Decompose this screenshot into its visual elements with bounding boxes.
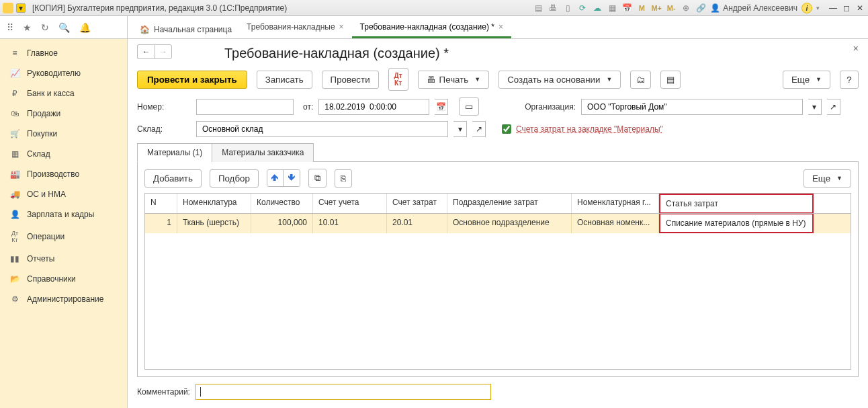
col-n[interactable]: N <box>145 194 177 213</box>
col-cost-article[interactable]: Статья затрат <box>659 194 814 213</box>
sidebar-item-purchases[interactable]: 🛒Покупки <box>0 124 127 144</box>
sidebar-item-warehouse[interactable]: ▦Склад <box>0 144 127 164</box>
apps-grid-icon[interactable]: ⠿ <box>7 22 13 33</box>
m-minus-icon[interactable]: M- <box>666 3 677 13</box>
more-button[interactable]: Еще▼ <box>783 71 830 89</box>
col-account[interactable]: Счет учета <box>313 194 387 213</box>
print-icon[interactable]: 🖶 <box>548 3 558 13</box>
comment-input[interactable] <box>196 384 491 400</box>
table-row[interactable]: 1 Ткань (шерсть) 100,000 10.01 20.01 Осн… <box>145 214 851 233</box>
link-icon[interactable]: 🔗 <box>695 3 706 13</box>
user-name: Андрей Алексеевич <box>723 3 797 13</box>
window-close-icon[interactable]: ✕ <box>855 3 865 13</box>
cell-nomenclature[interactable]: Ткань (шерсть) <box>177 214 251 233</box>
sidebar-item-reports[interactable]: ▮▮Отчеты <box>0 249 127 269</box>
pick-button[interactable]: Подбор <box>210 169 259 188</box>
org-dropdown-button[interactable]: ▾ <box>808 99 822 115</box>
cloud-icon[interactable]: ☁ <box>592 3 603 13</box>
cell-qty[interactable]: 100,000 <box>251 214 313 233</box>
move-down-button[interactable]: 🡻 <box>284 170 300 186</box>
col-qty[interactable]: Количество <box>251 194 313 213</box>
col-dept[interactable]: Подразделение затрат <box>447 194 572 213</box>
calendar-button[interactable]: 📅 <box>435 99 448 115</box>
org-open-button[interactable]: ↗ <box>827 99 840 115</box>
post-button[interactable]: Провести <box>322 71 379 89</box>
calendar-icon[interactable]: 📅 <box>621 3 632 13</box>
zoom-icon[interactable]: ⊕ <box>681 3 691 13</box>
sidebar-item-hr[interactable]: 👤Зарплата и кадры <box>0 204 127 225</box>
sidebar-item-assets[interactable]: 🚚ОС и НМА <box>0 184 127 204</box>
sidebar-item-manager[interactable]: 📈Руководителю <box>0 63 127 83</box>
dt-kt-button[interactable]: ДтКт <box>388 68 408 91</box>
col-cost-account[interactable]: Счет затрат <box>387 194 447 213</box>
add-button[interactable]: Добавить <box>144 169 202 188</box>
cost-accounts-checkbox[interactable]: Счета затрат на закладке "Материалы" <box>499 122 663 136</box>
titlebar-dropdown-icon[interactable]: ▾ <box>16 3 26 13</box>
org-input[interactable] <box>581 99 803 115</box>
paste-button[interactable]: ⎘ <box>335 169 352 188</box>
sidebar-item-label: ОС и НМА <box>27 190 66 199</box>
col-nom-group[interactable]: Номенклатурная г... <box>572 194 659 213</box>
help-button[interactable]: ? <box>840 71 859 89</box>
close-icon[interactable]: × <box>498 22 503 32</box>
print-button[interactable]: 🖶Печать▼ <box>418 71 490 89</box>
info-caret-icon[interactable]: ▾ <box>816 5 820 11</box>
structure-button[interactable]: 🗂 <box>630 71 651 89</box>
sidebar-item-operations[interactable]: ДтКтОперации <box>0 225 127 249</box>
comment-label: Комментарий: <box>137 387 190 397</box>
sklad-dropdown-button[interactable]: ▾ <box>453 121 467 137</box>
close-icon[interactable]: × <box>339 22 344 32</box>
table-icon[interactable]: ▤ <box>533 3 544 13</box>
sidebar-item-sales[interactable]: 🛍Продажи <box>0 104 127 124</box>
tab-requirement-create[interactable]: Требование-накладная (создание) * × <box>352 17 511 38</box>
create-based-button[interactable]: Создать на основании▼ <box>498 71 621 89</box>
cell-cost-account[interactable]: 20.01 <box>387 214 447 233</box>
col-nomenclature[interactable]: Номенклатура <box>177 194 251 213</box>
bell-icon[interactable]: 🔔 <box>79 22 91 33</box>
close-page-button[interactable]: × <box>853 43 859 54</box>
home-tab[interactable]: 🏠 Начальная страница <box>133 21 238 38</box>
star-icon[interactable]: ★ <box>23 22 32 33</box>
window-minimize-icon[interactable]: — <box>828 3 838 13</box>
table-more-button[interactable]: Еще▼ <box>804 169 851 188</box>
doc-tab-customer-materials[interactable]: Материалы заказчика <box>212 143 314 162</box>
sklad-input[interactable] <box>196 121 448 137</box>
window-maximize-icon[interactable]: ◻ <box>841 3 852 13</box>
post-close-button[interactable]: Провести и закрыть <box>137 71 247 89</box>
cell-nom-group[interactable]: Основная номенк... <box>572 214 659 233</box>
cell-dept[interactable]: Основное подразделение <box>447 214 572 233</box>
sidebar-item-bank[interactable]: ₽Банк и касса <box>0 83 127 104</box>
m-plus-icon[interactable]: M+ <box>651 3 662 13</box>
refresh-icon[interactable]: ⟳ <box>577 3 588 13</box>
trend-icon: 📈 <box>9 69 20 78</box>
checkbox-input[interactable] <box>502 124 511 134</box>
sidebar-item-catalogs[interactable]: 📂Справочники <box>0 269 127 289</box>
m-icon[interactable]: M <box>636 3 647 13</box>
calc-icon[interactable]: ▦ <box>607 3 617 13</box>
write-button[interactable]: Записать <box>257 71 312 89</box>
dialog-button[interactable]: ▭ <box>459 97 479 116</box>
cell-cost-article[interactable]: Списание материалов (прямые в НУ) <box>659 214 814 233</box>
cell-account[interactable]: 10.01 <box>313 214 387 233</box>
nav-forward-button[interactable]: → <box>155 44 172 59</box>
cell-n[interactable]: 1 <box>145 214 177 233</box>
sidebar-item-admin[interactable]: ⚙Администрирование <box>0 289 127 309</box>
history-icon[interactable]: ↻ <box>41 22 49 33</box>
user-badge[interactable]: 👤 Андрей Алексеевич <box>710 3 797 13</box>
doc-tab-materials[interactable]: Материалы (1) <box>137 143 212 162</box>
date-input[interactable] <box>318 99 429 115</box>
sklad-open-button[interactable]: ↗ <box>472 121 486 137</box>
move-up-button[interactable]: 🡹 <box>267 170 284 186</box>
sidebar-item-production[interactable]: 🏭Производство <box>0 164 127 184</box>
cost-accounts-link[interactable]: Счета затрат на закладке "Материалы" <box>516 124 663 134</box>
tab-requirements-list[interactable]: Требования-накладные × <box>238 17 351 38</box>
copy-button[interactable]: ⧉ <box>308 169 327 188</box>
org-label: Организация: <box>525 102 576 112</box>
attach-button[interactable]: ▤ <box>660 71 681 89</box>
sidebar-item-main[interactable]: ≡Главное <box>0 43 127 63</box>
search-icon[interactable]: 🔍 <box>58 22 70 33</box>
number-input[interactable] <box>196 99 294 115</box>
nav-back-button[interactable]: ← <box>137 44 155 59</box>
document-icon[interactable]: ▯ <box>562 3 573 13</box>
info-icon[interactable]: i <box>801 3 812 13</box>
